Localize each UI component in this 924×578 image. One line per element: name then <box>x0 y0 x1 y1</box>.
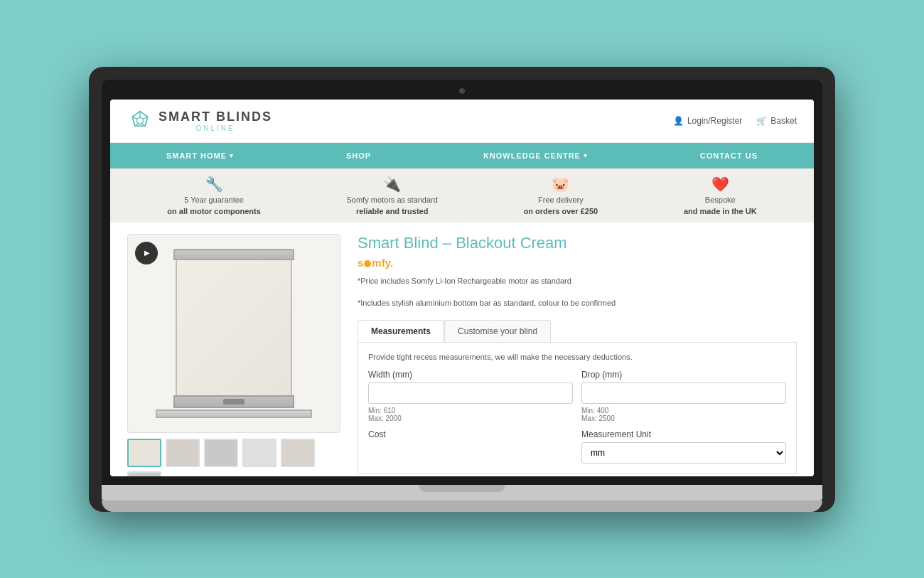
camera <box>459 88 465 94</box>
tab-measurements[interactable]: Measurements <box>358 320 444 342</box>
thumbnail-row <box>127 439 340 476</box>
thumbnail-3[interactable] <box>204 439 238 467</box>
product-title: Smart Blind – Blackout Cream <box>358 234 797 252</box>
feature-bespoke: ❤️ Bespoke and made in the UK <box>684 176 757 215</box>
thumbnail-2[interactable] <box>166 439 200 467</box>
product-tabs: Measurements Customise your blind <box>358 320 797 343</box>
thumbnail-6[interactable] <box>127 471 161 476</box>
browser-window: SMART BLINDS ONLINE 👤 Login/Register 🛒 B… <box>110 100 814 476</box>
logo-icon <box>127 108 153 134</box>
chevron-down-icon-2: ▾ <box>584 152 588 159</box>
cost-label: Cost <box>368 429 573 439</box>
recess-note: Provide tight recess measurements, we wi… <box>368 353 786 361</box>
user-icon: 👤 <box>673 116 684 126</box>
play-button[interactable] <box>135 242 158 264</box>
tab-measurements-content: Provide tight recess measurements, we wi… <box>358 343 797 474</box>
product-details: Smart Blind – Blackout Cream smfy. *Pric… <box>358 234 797 476</box>
unit-field-group: Measurement Unit mm cm inches <box>581 429 786 464</box>
nav-smart-home[interactable]: SMART HOME ▾ <box>152 143 248 168</box>
bottom-row: Cost Measurement Unit mm cm inches <box>368 429 786 464</box>
product-images <box>127 234 340 476</box>
laptop-foot <box>102 501 822 512</box>
blind-top-bar <box>173 249 294 260</box>
piggy-icon: 🐷 <box>552 176 569 193</box>
cost-section: Cost <box>368 429 573 464</box>
nav-knowledge[interactable]: KNOWLEDGE CENTRE ▾ <box>469 143 602 168</box>
laptop-base <box>102 485 822 501</box>
somfy-logo: smfy. <box>358 257 797 269</box>
feature-guarantee: 🔧 5 Year guarantee on all motor componen… <box>167 176 260 215</box>
chevron-down-icon: ▾ <box>230 152 234 159</box>
drop-limits: Min: 400 Max: 2500 <box>581 407 786 422</box>
drop-field-group: Drop (mm) Min: 400 Max: 2500 <box>581 370 786 422</box>
blind-fabric <box>176 260 292 395</box>
drop-label: Drop (mm) <box>581 370 786 380</box>
basket-icon: 🛒 <box>756 116 767 126</box>
login-link[interactable]: 👤 Login/Register <box>673 116 742 126</box>
nav-shop[interactable]: SHOP <box>332 143 385 168</box>
blind-bottom-bar <box>173 395 294 408</box>
screen-bezel: SMART BLINDS ONLINE 👤 Login/Register 🛒 B… <box>102 80 822 485</box>
product-area: Smart Blind – Blackout Cream smfy. *Pric… <box>110 223 814 476</box>
width-label: Width (mm) <box>368 370 573 380</box>
width-field-group: Width (mm) Min: 610 Max: 2000 <box>368 370 573 422</box>
unit-label: Measurement Unit <box>581 429 786 439</box>
product-note-1: *Price includes Somfy Li-Ion Rechargeabl… <box>358 275 797 288</box>
wrench-icon: 🔧 <box>205 176 223 193</box>
product-note-2: *Includes stylish aluminium bottom bar a… <box>358 297 797 310</box>
feature-delivery: 🐷 Free delivery on orders over £250 <box>524 176 598 215</box>
logo-sub-text: ONLINE <box>159 124 272 132</box>
width-limits: Min: 610 Max: 2000 <box>368 407 573 422</box>
heart-icon: ❤️ <box>711 176 729 193</box>
unit-select[interactable]: mm cm inches <box>581 442 786 464</box>
basket-link[interactable]: 🛒 Basket <box>756 116 797 126</box>
header-actions: 👤 Login/Register 🛒 Basket <box>673 116 797 126</box>
drop-input[interactable] <box>581 382 786 404</box>
tab-customise[interactable]: Customise your blind <box>444 320 551 342</box>
logo-main-text: SMART BLINDS <box>159 109 272 124</box>
thumbnail-1[interactable] <box>127 439 161 467</box>
window-sill <box>156 410 312 418</box>
measurements-grid: Width (mm) Min: 610 Max: 2000 Drop (mm) <box>368 370 786 422</box>
somfy-text: smfy. <box>358 257 393 269</box>
width-input[interactable] <box>368 382 573 404</box>
navigation: SMART HOME ▾ SHOP KNOWLEDGE CENTRE ▾ CON… <box>110 143 814 168</box>
plug-icon: 🔌 <box>383 176 401 193</box>
features-bar: 🔧 5 Year guarantee on all motor componen… <box>110 168 814 223</box>
feature-somfy: 🔌 Somfy motors as standard reliable and … <box>347 176 438 215</box>
thumbnail-4[interactable] <box>242 439 276 467</box>
nav-contact[interactable]: CONTACT US <box>686 143 772 168</box>
logo-text: SMART BLINDS ONLINE <box>159 109 272 132</box>
site-header: SMART BLINDS ONLINE 👤 Login/Register 🛒 B… <box>110 100 814 143</box>
laptop-frame: SMART BLINDS ONLINE 👤 Login/Register 🛒 B… <box>89 67 835 512</box>
logo: SMART BLINDS ONLINE <box>127 108 272 134</box>
handle <box>223 399 245 405</box>
main-product-image <box>127 234 340 433</box>
thumbnail-5[interactable] <box>281 439 315 467</box>
